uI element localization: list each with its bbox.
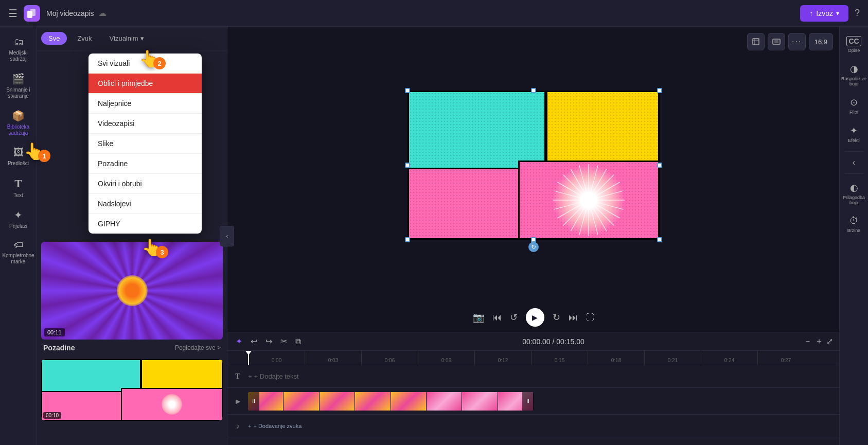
resize-handle-ml[interactable] bbox=[405, 163, 410, 168]
dropdown-nadslojevi[interactable]: Nadslojevi bbox=[88, 194, 202, 214]
zoom-in-button[interactable]: ＋ bbox=[815, 336, 823, 347]
preview-burst-bg bbox=[41, 242, 223, 340]
prilagodba-label: Prilagodba boja bbox=[842, 195, 866, 205]
dropdown-okviri-i-obrubi[interactable]: Okviri i obrubi bbox=[88, 174, 202, 194]
cut-button[interactable]: ✂ bbox=[278, 335, 289, 347]
camera-off-button[interactable]: 📷 bbox=[473, 312, 484, 323]
resize-handle-tl[interactable] bbox=[405, 88, 410, 93]
nav-label-kompletrobne: Kompletrobne marke bbox=[2, 253, 34, 265]
tab-sound[interactable]: Zvuk bbox=[70, 32, 99, 45]
camera-icon: 🎬 bbox=[12, 73, 25, 85]
add-audio-label[interactable]: + + Dodavanje zvuka bbox=[248, 423, 302, 429]
sidebar-item-biblioteka[interactable]: 📦 Biblioteka sadržaja bbox=[2, 105, 35, 140]
sidebar-tabs: Sve Zvuk Vizualnim ▾ bbox=[37, 27, 227, 50]
forward-button[interactable]: ↻ bbox=[553, 312, 560, 323]
dropdown-videozapisi[interactable]: Videozapisi bbox=[88, 114, 202, 134]
right-panel-divider-2 bbox=[845, 173, 863, 174]
video-pause-right[interactable]: ⏸ bbox=[522, 392, 534, 411]
undo-button[interactable]: ↩ bbox=[249, 335, 259, 347]
video-track-strip: ⏸ ⏸ bbox=[248, 392, 534, 411]
sidebar-item-snimanje[interactable]: 🎬 Snimanje i stvaranje bbox=[2, 68, 35, 103]
video-pause-left[interactable]: ⏸ bbox=[248, 392, 259, 411]
video-track-icon: ▶ bbox=[236, 398, 240, 405]
boje-label: Raspoložive boje bbox=[841, 76, 866, 86]
skip-back-button[interactable]: ⏮ bbox=[492, 312, 502, 323]
fit-screen-button[interactable] bbox=[768, 33, 785, 50]
resize-handle-br[interactable] bbox=[657, 237, 662, 242]
play-button[interactable]: ▶ bbox=[526, 308, 544, 327]
add-text-button[interactable]: + + Dodajte tekst bbox=[248, 372, 299, 380]
resize-handle-mr[interactable] bbox=[657, 163, 662, 168]
ruler-mark-6: 0:18 bbox=[588, 351, 644, 365]
track-row-audio: ♪ + + Dodavanje zvuka bbox=[227, 415, 839, 437]
aspect-ratio-button[interactable]: 16:9 bbox=[809, 33, 833, 50]
resize-handle-tm[interactable] bbox=[531, 88, 536, 93]
dropdown-naljepnice[interactable]: Naljepnice bbox=[88, 94, 202, 114]
timeline-tracks: T + + Dodajte tekst ▶ bbox=[227, 365, 839, 445]
tab-visual[interactable]: Vizualnim ▾ bbox=[102, 32, 151, 45]
right-panel-boje[interactable]: ◑ Raspoložive boje bbox=[841, 59, 867, 91]
help-button[interactable]: ? bbox=[855, 8, 860, 19]
see-all-link[interactable]: Pogledajte sve > bbox=[175, 344, 221, 351]
sidebar-collapse-button[interactable]: ‹ bbox=[220, 226, 234, 246]
plus-icon-audio: + bbox=[248, 423, 251, 429]
tab-all[interactable]: Sve bbox=[41, 32, 67, 45]
skip-forward-button[interactable]: ⏭ bbox=[569, 312, 578, 323]
track-content-video[interactable]: ⏸ ⏸ bbox=[248, 388, 839, 414]
more-options-button[interactable]: ··· bbox=[788, 33, 806, 50]
sidebar-item-kompletrobne[interactable]: 🏷 Kompletrobne marke bbox=[2, 236, 35, 269]
filter-icon: ⊙ bbox=[850, 97, 858, 108]
track-label-audio: ♪ bbox=[227, 422, 248, 430]
track-row-text: T + + Dodajte tekst bbox=[227, 365, 839, 388]
comic-background bbox=[408, 91, 660, 240]
redo-button[interactable]: ↪ bbox=[263, 335, 274, 347]
right-panel-prilagodba[interactable]: ◐ Prilagodba boja bbox=[841, 178, 867, 209]
video-canvas: ↻ bbox=[408, 91, 660, 240]
sidebar-panel: Sve Zvuk Vizualnim ▾ Svi vizuali Oblici … bbox=[37, 27, 227, 445]
track-content-text[interactable]: + + Dodajte tekst bbox=[248, 365, 839, 387]
dropdown-slike[interactable]: Slike bbox=[88, 134, 202, 154]
right-panel-opise[interactable]: CC Opise bbox=[841, 32, 867, 57]
rewind-button[interactable]: ↺ bbox=[510, 312, 518, 323]
export-button[interactable]: ↑ Izvoz ▾ bbox=[800, 5, 848, 22]
playhead[interactable] bbox=[248, 351, 249, 365]
ruler-mark-1: 0:03 bbox=[305, 351, 361, 365]
cc-icon: CC bbox=[846, 36, 861, 46]
nav-label-biblioteka: Biblioteka sadržaja bbox=[4, 124, 33, 136]
brzina-label: Brzina bbox=[847, 228, 861, 233]
main-layout: 🗂 Medijski sadržaj 🎬 Snimanje i stvaranj… bbox=[0, 27, 868, 445]
dropdown-pozadine[interactable]: Pozadine bbox=[88, 154, 202, 174]
right-panel-brzina[interactable]: ⏱ Brzina bbox=[841, 211, 867, 237]
dropdown-oblici-i-primjedbe[interactable]: Oblici i primjedbe bbox=[88, 74, 202, 94]
magic-tool-button[interactable]: ✦ bbox=[234, 335, 244, 347]
right-panel-filtri[interactable]: ⊙ Filtri bbox=[841, 93, 867, 119]
timeline-ruler: 0:00 0:03 0:06 0:09 0:12 0:15 0:18 0:21 … bbox=[227, 351, 839, 365]
rotate-handle[interactable]: ↻ bbox=[528, 242, 539, 252]
bg-thumbnail[interactable]: 00:10 bbox=[41, 359, 223, 421]
section-header-pozadine: Pozadine Pogledajte sve > bbox=[41, 340, 223, 356]
crop-tool-button[interactable] bbox=[747, 33, 765, 50]
dropdown-svi-vizuali[interactable]: Svi vizuali bbox=[88, 54, 202, 74]
copy-button[interactable]: ⧉ bbox=[293, 336, 303, 347]
nav-label-predlosci: Predlošci bbox=[8, 161, 29, 167]
fit-timeline-button[interactable]: ⤢ bbox=[826, 336, 833, 346]
sidebar-preview-time: 00:11 bbox=[44, 328, 65, 336]
sidebar-item-predlosci[interactable]: 🖼 Predlošci bbox=[2, 143, 35, 171]
resize-handle-bl[interactable] bbox=[405, 237, 410, 242]
resize-handle-tr[interactable] bbox=[657, 88, 662, 93]
color-wheel-icon: ◑ bbox=[850, 63, 858, 75]
pause-icon-left: ⏸ bbox=[251, 398, 256, 404]
sidebar-item-medijski-sadrzaj[interactable]: 🗂 Medijski sadržaj bbox=[2, 32, 35, 66]
right-panel-efekti[interactable]: ✦ Efekti bbox=[841, 121, 867, 147]
track-content-audio[interactable]: + + Dodavanje zvuka bbox=[248, 415, 839, 437]
zoom-out-button[interactable]: － bbox=[804, 336, 812, 347]
sidebar-item-text[interactable]: T Text bbox=[2, 173, 35, 203]
sidebar-item-prijelazi[interactable]: ✦ Prijelazi bbox=[2, 205, 35, 234]
dropdown-giphy[interactable]: GIPHY bbox=[88, 214, 202, 234]
track-row-video: ▶ ⏸ bbox=[227, 388, 839, 415]
fullscreen-button[interactable]: ⛶ bbox=[586, 313, 594, 322]
thumb-3 bbox=[320, 392, 355, 411]
templates-icon: 🖼 bbox=[13, 147, 24, 158]
menu-icon[interactable]: ☰ bbox=[8, 7, 17, 20]
right-panel-expand-arrow[interactable]: ‹ bbox=[851, 156, 857, 169]
